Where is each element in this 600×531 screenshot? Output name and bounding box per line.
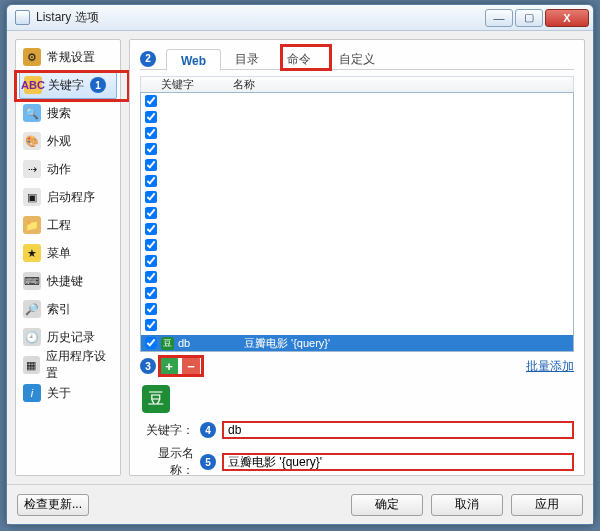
list-item[interactable] xyxy=(141,189,573,205)
row-checkbox[interactable] xyxy=(145,255,157,267)
list-item[interactable] xyxy=(141,93,573,109)
sidebar-item-label: 关于 xyxy=(47,385,71,402)
list-item[interactable] xyxy=(141,141,573,157)
add-button[interactable]: + xyxy=(160,357,178,375)
sidebar-item-label: 菜单 xyxy=(47,245,71,262)
row-name: 豆瓣电影 '{query}' xyxy=(244,336,330,351)
star-icon: ★ xyxy=(23,244,41,262)
grid-icon: ▦ xyxy=(23,356,40,374)
info-icon: i xyxy=(23,384,41,402)
list-item[interactable] xyxy=(141,253,573,269)
annotation-badge-4: 4 xyxy=(200,422,216,438)
sidebar-item-label: 关键字 xyxy=(48,77,84,94)
batch-add-link[interactable]: 批量添加 xyxy=(526,358,574,375)
list-item[interactable] xyxy=(141,125,573,141)
list-header: 关键字 名称 xyxy=(140,76,574,92)
douban-icon: 豆 xyxy=(161,337,174,350)
launch-icon: ▣ xyxy=(23,188,41,206)
sidebar-item-general[interactable]: ⚙ 常规设置 xyxy=(19,43,117,71)
close-button[interactable]: X xyxy=(545,9,589,27)
sidebar-item-label: 快捷键 xyxy=(47,273,83,290)
annotation-badge-1: 1 xyxy=(90,77,106,93)
list-item[interactable] xyxy=(141,301,573,317)
sidebar-item-projects[interactable]: 📁 工程 xyxy=(19,211,117,239)
tab-cmd[interactable]: 命令 xyxy=(273,48,325,70)
delete-button[interactable]: − xyxy=(182,357,200,375)
dialog-footer: 检查更新... 确定 取消 应用 xyxy=(7,484,593,524)
annotation-badge-3: 3 xyxy=(140,358,156,374)
keyword-label: 关键字： xyxy=(140,422,194,439)
col-name[interactable]: 名称 xyxy=(233,77,255,92)
sidebar-item-label: 外观 xyxy=(47,133,71,150)
row-checkbox[interactable] xyxy=(145,175,157,187)
maximize-button[interactable]: ▢ xyxy=(515,9,543,27)
sidebar-item-history[interactable]: 🕘 历史记录 xyxy=(19,323,117,351)
sidebar-item-launch[interactable]: ▣ 启动程序 xyxy=(19,183,117,211)
row-checkbox[interactable] xyxy=(145,191,157,203)
row-checkbox[interactable] xyxy=(145,95,157,107)
sidebar-item-label: 动作 xyxy=(47,161,71,178)
sidebar-item-hotkeys[interactable]: ⌨ 快捷键 xyxy=(19,267,117,295)
cancel-button[interactable]: 取消 xyxy=(431,494,503,516)
list-item[interactable] xyxy=(141,157,573,173)
sidebar-item-search[interactable]: 🔍 搜索 xyxy=(19,99,117,127)
sidebar-item-appsettings[interactable]: ▦ 应用程序设置 xyxy=(19,351,117,379)
sidebar-item-menus[interactable]: ★ 菜单 xyxy=(19,239,117,267)
col-keyword[interactable]: 关键字 xyxy=(161,77,233,92)
keyboard-icon: ⌨ xyxy=(23,272,41,290)
row-checkbox[interactable] xyxy=(145,207,157,219)
sidebar-item-label: 历史记录 xyxy=(47,329,95,346)
displayname-input[interactable] xyxy=(222,453,574,471)
row-checkbox[interactable] xyxy=(145,143,157,155)
row-checkbox[interactable] xyxy=(145,239,157,251)
list-item[interactable] xyxy=(141,109,573,125)
sidebar-item-index[interactable]: 🔎 索引 xyxy=(19,295,117,323)
ok-button[interactable]: 确定 xyxy=(351,494,423,516)
search-icon: 🔍 xyxy=(23,104,41,122)
tab-dir[interactable]: 目录 xyxy=(221,48,273,70)
titlebar[interactable]: Listary 选项 — ▢ X xyxy=(7,5,593,31)
sidebar-item-label: 常规设置 xyxy=(47,49,95,66)
keyword-input[interactable] xyxy=(222,421,574,439)
row-checkbox[interactable] xyxy=(145,127,157,139)
row-keyword: db xyxy=(178,337,240,349)
folder-icon: 📁 xyxy=(23,216,41,234)
list-item[interactable] xyxy=(141,285,573,301)
entry-icon[interactable]: 豆 xyxy=(142,385,170,413)
row-checkbox[interactable] xyxy=(145,303,157,315)
list-item[interactable] xyxy=(141,173,573,189)
check-update-button[interactable]: 检查更新... xyxy=(17,494,89,516)
list-item[interactable] xyxy=(141,269,573,285)
apply-button[interactable]: 应用 xyxy=(511,494,583,516)
row-checkbox[interactable] xyxy=(145,337,157,349)
list-item[interactable] xyxy=(141,237,573,253)
row-checkbox[interactable] xyxy=(145,287,157,299)
minimize-button[interactable]: — xyxy=(485,9,513,27)
sidebar-item-label: 索引 xyxy=(47,301,71,318)
tab-web[interactable]: Web xyxy=(166,49,221,71)
sidebar: ⚙ 常规设置 ABC 关键字 1 🔍 搜索 🎨 外观 ⇢ 动作 ▣ xyxy=(15,39,121,476)
list-item[interactable] xyxy=(141,317,573,333)
row-checkbox[interactable] xyxy=(145,111,157,123)
row-checkbox[interactable] xyxy=(145,223,157,235)
sidebar-item-keywords[interactable]: ABC 关键字 1 xyxy=(19,71,117,99)
annotation-badge-2: 2 xyxy=(140,51,156,67)
row-checkbox[interactable] xyxy=(145,271,157,283)
sidebar-item-label: 应用程序设置 xyxy=(46,348,113,382)
gear-icon: ⚙ xyxy=(23,48,41,66)
keyword-list[interactable]: 豆 db 豆瓣电影 '{query}' xyxy=(140,92,574,352)
list-toolbar: 3 + − 批量添加 xyxy=(140,357,574,375)
row-checkbox[interactable] xyxy=(145,319,157,331)
sidebar-item-label: 搜索 xyxy=(47,105,71,122)
options-dialog: Listary 选项 — ▢ X ⚙ 常规设置 ABC 关键字 1 🔍 搜索 🎨 xyxy=(6,4,594,525)
list-item[interactable] xyxy=(141,221,573,237)
list-item-selected[interactable]: 豆 db 豆瓣电影 '{query}' xyxy=(141,335,573,351)
sidebar-item-about[interactable]: i 关于 xyxy=(19,379,117,407)
displayname-label: 显示名称： xyxy=(140,445,194,476)
window-title: Listary 选项 xyxy=(36,9,483,26)
list-item[interactable] xyxy=(141,205,573,221)
tab-custom[interactable]: 自定义 xyxy=(325,48,389,70)
row-checkbox[interactable] xyxy=(145,159,157,171)
sidebar-item-actions[interactable]: ⇢ 动作 xyxy=(19,155,117,183)
sidebar-item-appearance[interactable]: 🎨 外观 xyxy=(19,127,117,155)
